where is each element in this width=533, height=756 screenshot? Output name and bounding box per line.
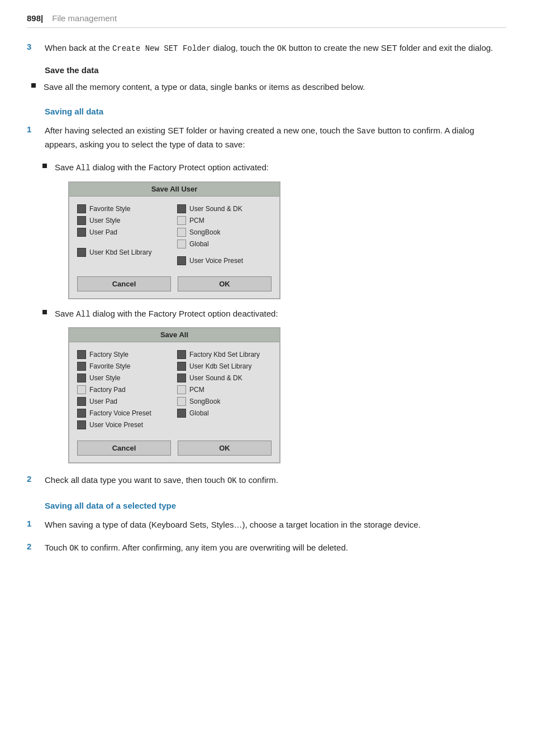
d2-chk-user-style[interactable]: [77, 374, 86, 382]
d2-chk-user-kdb-set-lib[interactable]: [177, 362, 186, 371]
bullet2-text-a: Save: [55, 309, 76, 318]
d2-item-1[interactable]: Favorite Style: [77, 362, 172, 371]
d2-item-6[interactable]: User Voice Preset: [77, 420, 172, 429]
bullet1-text-a: Save: [55, 162, 76, 172]
saving-selected-step-2: 2 Touch OK to confirm. After confirming,…: [27, 541, 506, 555]
checkbox-user-style[interactable]: [77, 216, 86, 225]
dialog1-wrapper: Save All User Favorite Style User Style …: [55, 181, 506, 299]
saving-all-data-section: Saving all data: [45, 107, 506, 116]
checkbox-user-voice-preset[interactable]: [177, 256, 186, 265]
d2-chk-global[interactable]: [177, 409, 186, 418]
spacer: [77, 240, 172, 245]
bullet2-text-b: dialog with the Factory Protect option d…: [91, 309, 278, 318]
d2-chk-factory-style[interactable]: [77, 350, 86, 359]
dialog1-item-2-label: User Pad: [89, 228, 117, 236]
dialog2-cancel-btn[interactable]: Cancel: [77, 441, 171, 456]
d2-chk-user-pad[interactable]: [77, 397, 86, 406]
d2-chk-favorite-style[interactable]: [77, 362, 86, 371]
dialog1-col2-item-3[interactable]: Global: [177, 240, 272, 248]
d2-c2-item-4[interactable]: SongBook: [177, 397, 272, 406]
checkbox-user-pad[interactable]: [77, 228, 86, 237]
d2-item-5[interactable]: Factory Voice Preset: [77, 409, 172, 418]
dialog1-buttons: Cancel OK: [69, 276, 279, 291]
step-3-text-before: When back at the: [45, 43, 112, 52]
dialog1-cancel-btn[interactable]: Cancel: [77, 276, 171, 291]
dialog2-ok-btn[interactable]: OK: [178, 441, 272, 456]
step-3-ok: OK: [277, 44, 287, 53]
d2-c2-item-1[interactable]: User Kdb Set Library: [177, 362, 272, 371]
checkbox-pcm[interactable]: [177, 216, 186, 225]
d2-c2-item-3[interactable]: PCM: [177, 385, 272, 394]
dialog1-ok-btn[interactable]: OK: [178, 276, 272, 291]
save-data-bullet: Save all the memory content, a type or d…: [27, 80, 506, 93]
dialog1-item-1[interactable]: User Style: [77, 216, 172, 225]
step2-text-a: Check all data type you want to save, th…: [45, 475, 227, 485]
saving-selected-step-1-number: 1: [27, 518, 45, 531]
dialog1-col2-item-1-label: PCM: [189, 217, 204, 224]
dialog1-col2-item-4[interactable]: User Voice Preset: [177, 256, 272, 265]
dialog1-item-3-label: User Kbd Set Library: [89, 248, 151, 256]
dialog1-col1: Favorite Style User Style User Pad User …: [77, 204, 172, 265]
checkbox-user-kbd-set-library[interactable]: [77, 248, 86, 257]
dialog1-item-2[interactable]: User Pad: [77, 228, 172, 237]
dialog1-body: Favorite Style User Style User Pad User …: [69, 202, 279, 270]
d2-item-0-label: Factory Style: [89, 351, 129, 358]
checkbox-global[interactable]: [177, 240, 186, 248]
dialog1-item-0[interactable]: Favorite Style: [77, 204, 172, 213]
save-all-bullet-1: Save All dialog with the Factory Protect…: [27, 161, 506, 175]
d2-c2-item-2[interactable]: User Sound & DK: [177, 374, 272, 382]
dialog1-col2-item-0-label: User Sound & DK: [189, 205, 242, 213]
dialog1-item-0-label: Favorite Style: [89, 205, 130, 213]
saving-all-step-2-content: Check all data type you want to save, th…: [45, 473, 506, 487]
d2-item-2[interactable]: User Style: [77, 374, 172, 382]
d2-chk-pcm[interactable]: [177, 385, 186, 394]
d2-c2-item-0-label: Factory Kbd Set Library: [189, 351, 260, 358]
page-title: File management: [52, 13, 117, 23]
step1-keyword-save: Save: [356, 127, 375, 136]
save-all-bullet-2: Save All dialog with the Factory Protect…: [27, 307, 506, 321]
d2-item-4-label: User Pad: [89, 398, 117, 405]
sel-step2-text-b: to confirm. After confirming, any item y…: [79, 543, 348, 552]
dialog1-item-1-label: User Style: [89, 217, 120, 224]
d2-chk-user-voice-preset[interactable]: [77, 420, 86, 429]
d2-item-3[interactable]: Factory Pad: [77, 385, 172, 394]
save-all-bullet-2-text: Save All dialog with the Factory Protect…: [55, 307, 506, 321]
sel-step2-ok: OK: [69, 544, 79, 553]
dialog1-item-3[interactable]: User Kbd Set Library: [77, 248, 172, 257]
d2-c2-item-4-label: SongBook: [189, 398, 220, 405]
dialog1-col2-item-1[interactable]: PCM: [177, 216, 272, 225]
save-data-heading: Save the data: [45, 65, 506, 75]
d2-chk-user-sound-dk[interactable]: [177, 374, 186, 382]
checkbox-user-sound-dk[interactable]: [177, 204, 186, 213]
step-3-text-end: button to create the new SET folder and …: [287, 43, 493, 52]
d2-chk-songbook[interactable]: [177, 397, 186, 406]
dialog1-col2: User Sound & DK PCM SongBook Global: [177, 204, 272, 265]
d2-item-0[interactable]: Factory Style: [77, 350, 172, 359]
dialog2-wrapper: Save All Factory Style Favorite Style Us…: [55, 327, 506, 463]
bullet2-all: All: [76, 310, 90, 319]
dialog2-col1: Factory Style Favorite Style User Style …: [77, 350, 172, 429]
d2-chk-factory-voice-preset[interactable]: [77, 409, 86, 418]
spacer2: [177, 251, 272, 253]
checkbox-favorite-style-user[interactable]: [77, 204, 86, 213]
dialog1-col2-item-0[interactable]: User Sound & DK: [177, 204, 272, 213]
d2-chk-factory-kbd-set-lib[interactable]: [177, 350, 186, 359]
d2-chk-factory-pad[interactable]: [77, 385, 86, 394]
saving-all-step-1: 1 After having selected an existing SET …: [27, 124, 506, 151]
saving-selected-step-2-content: Touch OK to confirm. After confirming, a…: [45, 541, 506, 555]
d2-c2-item-5-label: Global: [189, 409, 209, 417]
d2-c2-item-5[interactable]: Global: [177, 409, 272, 418]
bullet-square-icon-2: [42, 164, 47, 168]
step-3: 3 When back at the Create New SET Folder…: [27, 41, 506, 55]
dialog-save-all: Save All Factory Style Favorite Style Us…: [68, 327, 280, 463]
dialog1-col2-item-2[interactable]: SongBook: [177, 228, 272, 237]
dialog2-col2: Factory Kbd Set Library User Kdb Set Lib…: [177, 350, 272, 429]
dialog2-body: Factory Style Favorite Style User Style …: [69, 348, 279, 434]
dialog2-title: Save All: [69, 328, 279, 342]
page-number: 898|: [27, 13, 43, 23]
checkbox-songbook[interactable]: [177, 228, 186, 237]
bullet-square-icon-3: [42, 310, 47, 314]
d2-item-2-label: User Style: [89, 374, 120, 382]
d2-c2-item-0[interactable]: Factory Kbd Set Library: [177, 350, 272, 359]
d2-item-4[interactable]: User Pad: [77, 397, 172, 406]
